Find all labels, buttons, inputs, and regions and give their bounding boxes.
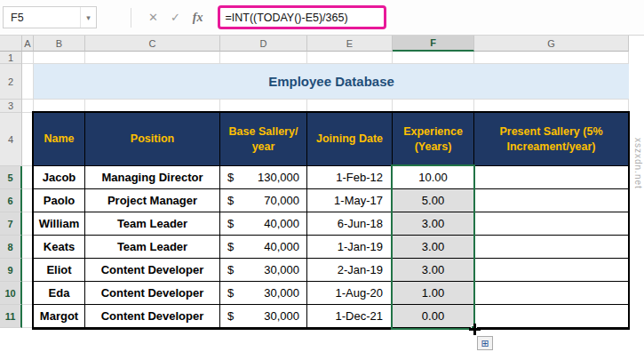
cell-name[interactable]: Jacob (34, 166, 85, 189)
cell-date[interactable]: 6-Jun-18 (307, 212, 393, 236)
name-box[interactable]: F5 ▾ (3, 6, 97, 28)
cell[interactable] (393, 100, 474, 113)
row-header-10[interactable]: 10 (0, 282, 22, 305)
cell-date[interactable]: 1-Feb-12 (307, 166, 393, 189)
cell-experience[interactable]: 3.00 (393, 259, 474, 282)
col-header-d[interactable]: D (220, 36, 307, 52)
cell-date[interactable]: 1-Jan-19 (307, 236, 393, 259)
cell-present-salary[interactable] (474, 305, 629, 328)
cell[interactable] (307, 100, 393, 113)
cell[interactable] (220, 52, 307, 64)
cell-experience[interactable]: 3.00 (393, 236, 474, 259)
chevron-down-icon[interactable]: ▾ (80, 7, 96, 28)
header-position[interactable]: Position (85, 113, 220, 166)
cell[interactable] (22, 305, 34, 328)
row-header-3[interactable]: 3 (0, 100, 22, 113)
cell[interactable] (22, 166, 34, 189)
row-header-1[interactable]: 1 (0, 52, 22, 64)
row-header-7[interactable]: 7 (0, 212, 22, 236)
col-header-e[interactable]: E (307, 36, 393, 52)
cell-experience[interactable]: 3.00 (393, 212, 474, 236)
cell-name[interactable]: Paolo (34, 189, 85, 212)
cell-position[interactable]: Content Developer (85, 305, 220, 328)
cell[interactable] (22, 259, 34, 282)
cell[interactable] (307, 52, 393, 64)
cell[interactable] (22, 100, 34, 113)
cell-salary[interactable]: $ 40,000 (220, 212, 307, 236)
row-header-9[interactable]: 9 (0, 259, 22, 282)
cell-position[interactable]: Team Leader (85, 212, 220, 236)
select-all-corner[interactable] (0, 36, 22, 52)
cell[interactable] (22, 64, 34, 100)
cell-present-salary[interactable] (474, 282, 629, 305)
header-name[interactable]: Name (34, 113, 85, 166)
cell[interactable] (22, 282, 34, 305)
cancel-icon[interactable]: ✕ (148, 11, 158, 24)
col-header-c[interactable]: C (85, 36, 220, 52)
cell-date[interactable]: 1-Dec-21 (307, 305, 393, 328)
header-experience[interactable]: Experience (Years) (393, 113, 474, 166)
cell[interactable] (22, 236, 34, 259)
col-header-g[interactable]: G (474, 36, 629, 52)
cell-present-salary[interactable] (474, 236, 629, 259)
col-header-a[interactable]: A (22, 36, 34, 52)
cell-present-salary[interactable] (474, 166, 629, 189)
cell[interactable] (22, 189, 34, 212)
row-header-5[interactable]: 5 (0, 166, 22, 189)
row-header-4[interactable]: 4 (0, 113, 22, 166)
cell-present-salary[interactable] (474, 212, 629, 236)
cell-salary[interactable]: $ 30,000 (220, 282, 307, 305)
cell-position[interactable]: Content Developer (85, 259, 220, 282)
cell[interactable] (22, 212, 34, 236)
cell[interactable] (85, 100, 220, 113)
active-cell[interactable]: 10.00 (393, 166, 474, 189)
cell[interactable] (34, 52, 85, 64)
cell-name[interactable]: Keats (34, 236, 85, 259)
formula-bar[interactable]: =INT((TODAY()-E5)/365) (218, 5, 386, 29)
row-header-11[interactable]: 11 (0, 305, 22, 328)
salary-amount: 40,000 (264, 217, 299, 230)
cell-position[interactable]: Content Developer (85, 282, 220, 305)
cell-present-salary[interactable] (474, 189, 629, 212)
check-icon[interactable]: ✓ (171, 11, 180, 24)
cell[interactable] (474, 52, 629, 64)
cell-present-salary[interactable] (474, 259, 629, 282)
cell-position[interactable]: Project Manager (85, 189, 220, 212)
row-header-8[interactable]: 8 (0, 236, 22, 259)
cell-salary[interactable]: $ 130,000 (220, 166, 307, 189)
autofill-options-button[interactable]: ⊞ (477, 336, 493, 350)
cell-experience[interactable]: 5.00 (393, 189, 474, 212)
cell-date[interactable]: 1-Aug-20 (307, 282, 393, 305)
cell[interactable] (393, 52, 474, 64)
cell[interactable] (85, 52, 220, 64)
cell-salary[interactable]: $ 30,000 (220, 305, 307, 328)
row-header-6[interactable]: 6 (0, 189, 22, 212)
cell-salary[interactable]: $ 30,000 (220, 259, 307, 282)
cell-name[interactable]: Margot (34, 305, 85, 328)
cell-position[interactable]: Managing Director (85, 166, 220, 189)
cell-date[interactable]: 2-Jan-19 (307, 259, 393, 282)
sheet-title[interactable]: Employee Database (34, 64, 629, 100)
cell-name[interactable]: Eliot (34, 259, 85, 282)
cell-name[interactable]: Eda (34, 282, 85, 305)
cell-name[interactable]: William (34, 212, 85, 236)
fx-icon[interactable]: fx (193, 11, 203, 25)
currency-symbol: $ (227, 171, 234, 184)
cell-salary[interactable]: $ 40,000 (220, 236, 307, 259)
header-present-salary[interactable]: Present Sallery (5% Increament/year) (474, 113, 629, 166)
cell-salary[interactable]: $ 70,000 (220, 189, 307, 212)
col-header-b[interactable]: B (34, 36, 85, 52)
cell[interactable] (22, 113, 34, 166)
cell-position[interactable]: Team Leader (85, 236, 220, 259)
cell[interactable] (22, 52, 34, 64)
cell-experience[interactable]: 0.00 (393, 305, 474, 328)
cell[interactable] (220, 100, 307, 113)
cell-date[interactable]: 1-May-17 (307, 189, 393, 212)
row-header-2[interactable]: 2 (0, 64, 22, 100)
header-joining-date[interactable]: Joining Date (307, 113, 393, 166)
cell[interactable] (34, 100, 85, 113)
cell[interactable] (474, 100, 629, 113)
cell-experience[interactable]: 1.00 (393, 282, 474, 305)
col-header-f[interactable]: F (393, 36, 474, 52)
header-base-salary[interactable]: Base Sallery/ year (220, 113, 307, 166)
